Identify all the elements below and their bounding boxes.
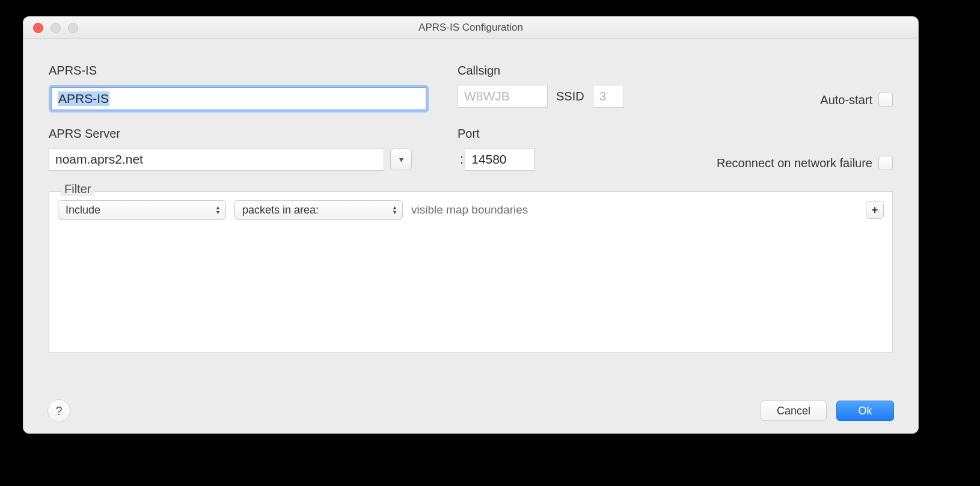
filter-criteria-value: packets in area: (242, 204, 319, 217)
filter-description: visible map boundaries (411, 203, 528, 217)
add-filter-button[interactable]: + (866, 201, 884, 219)
window-controls (33, 23, 78, 33)
aprs-label: APRS-IS (49, 64, 433, 78)
reconnect-checkbox[interactable] (878, 156, 893, 170)
help-icon: ? (55, 404, 62, 418)
filter-fieldset: Filter Include ▲▼ packets in area: ▲▼ vi… (49, 191, 893, 352)
host-port-separator: : (460, 152, 464, 167)
ok-button[interactable]: Ok (836, 401, 894, 421)
filter-mode-value: Include (66, 204, 100, 217)
plus-icon: + (872, 204, 878, 217)
filter-criteria-select[interactable]: packets in area: ▲▼ (234, 200, 403, 220)
port-input[interactable] (465, 148, 534, 171)
filter-list: Include ▲▼ packets in area: ▲▼ visible m… (49, 191, 893, 352)
ssid-input[interactable] (593, 85, 624, 108)
aprs-name-input[interactable]: APRS-IS (51, 87, 426, 110)
cancel-button[interactable]: Cancel (761, 401, 827, 421)
callsign-label: Callsign (458, 64, 893, 78)
port-label: Port (458, 127, 893, 141)
zoom-window-button[interactable] (68, 23, 78, 33)
filter-mode-select[interactable]: Include ▲▼ (58, 200, 226, 220)
ssid-label: SSID (556, 90, 584, 103)
window-title: APRS-IS Configuration (23, 22, 918, 34)
updown-caret-icon: ▲▼ (215, 206, 221, 215)
titlebar: APRS-IS Configuration (23, 17, 918, 39)
chevron-down-icon: ▾ (399, 155, 403, 164)
close-window-button[interactable] (33, 23, 43, 33)
filter-legend: Filter (61, 182, 94, 196)
server-input[interactable] (49, 148, 384, 171)
ok-button-label: Ok (858, 405, 872, 417)
reconnect-label: Reconnect on network failure (717, 156, 872, 170)
dialog-content: APRS-IS APRS-IS Callsign SSID Auto-start (23, 38, 918, 433)
aprs-name-value: APRS-IS (58, 91, 109, 106)
server-label: APRS Server (49, 127, 433, 141)
autostart-label: Auto-start (820, 93, 872, 107)
aprs-input-focus-ring: APRS-IS (49, 85, 429, 112)
server-dropdown-button[interactable]: ▾ (390, 149, 412, 170)
updown-caret-icon: ▲▼ (392, 206, 397, 215)
dialog-button-bar: ? Cancel Ok (47, 399, 894, 422)
help-button[interactable]: ? (47, 399, 70, 422)
dialog-window: APRS-IS Configuration APRS-IS APRS-IS Ca… (23, 16, 919, 434)
minimize-window-button[interactable] (51, 23, 61, 33)
callsign-input[interactable] (458, 85, 548, 108)
autostart-checkbox[interactable] (878, 93, 893, 107)
cancel-button-label: Cancel (777, 405, 810, 417)
filter-row: Include ▲▼ packets in area: ▲▼ visible m… (58, 200, 884, 220)
